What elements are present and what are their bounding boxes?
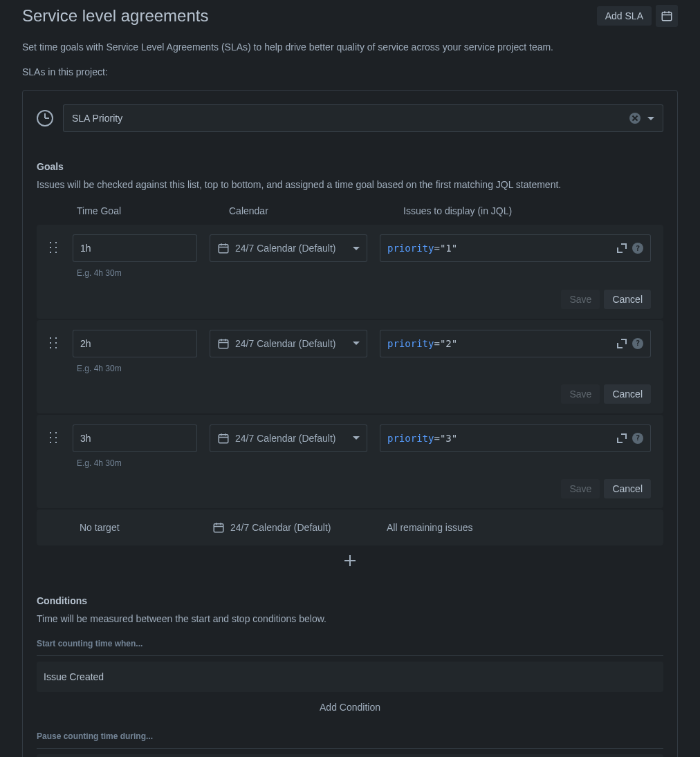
col-calendar: Calendar (229, 204, 403, 218)
divider (37, 655, 663, 656)
default-calendar: 24/7 Calendar (Default) (230, 521, 331, 534)
start-condition-item[interactable]: Issue Created (37, 662, 663, 692)
plus-icon (344, 555, 356, 566)
page-title: Service level agreements (22, 4, 208, 28)
help-icon[interactable]: ? (632, 433, 643, 444)
save-button[interactable]: Save (561, 479, 600, 498)
cancel-button[interactable]: Cancel (604, 384, 651, 404)
divider (37, 748, 663, 749)
calendar-icon (661, 10, 673, 22)
calendar-value: 24/7 Calendar (Default) (235, 431, 347, 445)
time-goal-input[interactable] (73, 424, 197, 452)
calendar-icon (217, 337, 230, 350)
goal-default-row: No target 24/7 Calendar (Default) All re… (37, 510, 663, 545)
drag-handle-icon[interactable] (49, 337, 60, 350)
chevron-down-icon (353, 342, 360, 345)
svg-rect-0 (662, 12, 672, 21)
goal-row: 24/7 Calendar (Default) priority="2" ? E… (37, 320, 663, 413)
default-jql: All remaining issues (380, 521, 651, 534)
time-goal-hint: E.g. 4h 30m (77, 268, 651, 279)
drag-handle-icon[interactable] (49, 242, 60, 254)
goals-heading: Goals (37, 160, 663, 174)
default-time: No target (73, 521, 197, 534)
save-button[interactable]: Save (561, 290, 600, 309)
time-goal-input[interactable] (73, 234, 197, 262)
time-goal-hint: E.g. 4h 30m (77, 458, 651, 469)
list-label: SLAs in this project: (22, 65, 678, 79)
add-goal-button[interactable] (37, 547, 663, 574)
pause-condition-item[interactable]: Status: Waiting for customer (37, 754, 663, 757)
calendar-settings-button[interactable] (656, 5, 678, 27)
help-icon[interactable]: ? (632, 338, 643, 349)
help-icon[interactable]: ? (632, 243, 643, 254)
calendar-select[interactable]: 24/7 Calendar (Default) (210, 330, 367, 357)
expand-icon[interactable] (617, 339, 627, 348)
save-button[interactable]: Save (561, 384, 600, 404)
expand-icon[interactable] (617, 243, 627, 253)
calendar-select[interactable]: 24/7 Calendar (Default) (210, 424, 367, 452)
cancel-button[interactable]: Cancel (604, 479, 651, 498)
col-jql: Issues to display (in JQL) (403, 204, 663, 218)
start-condition-label: Start counting time when... (37, 638, 663, 650)
drag-handle-icon[interactable] (49, 432, 60, 445)
conditions-heading: Conditions (37, 594, 663, 608)
chevron-down-icon (353, 436, 360, 440)
calendar-icon (212, 521, 225, 534)
clear-icon[interactable] (629, 113, 641, 124)
conditions-subheading: Time will be measured between the start … (37, 612, 663, 626)
jql-input[interactable]: priority="2" ? (380, 330, 651, 357)
add-start-condition[interactable]: Add Condition (37, 692, 663, 722)
chevron-down-icon[interactable] (647, 117, 654, 120)
svg-rect-1 (219, 245, 228, 253)
calendar-icon (217, 242, 230, 254)
sla-name-value: SLA Priority (72, 111, 122, 125)
clock-icon (37, 110, 53, 127)
cancel-button[interactable]: Cancel (604, 290, 651, 309)
expand-icon[interactable] (617, 433, 627, 443)
time-goal-hint: E.g. 4h 30m (77, 363, 651, 375)
goal-row: 24/7 Calendar (Default) priority="1" ? E… (37, 225, 663, 318)
svg-rect-4 (214, 524, 223, 532)
calendar-value: 24/7 Calendar (Default) (235, 241, 347, 255)
pause-condition-label: Pause counting time during... (37, 731, 663, 742)
time-goal-input[interactable] (73, 330, 197, 357)
jql-input[interactable]: priority="3" ? (380, 424, 651, 452)
sla-panel: SLA Priority Goals Issues will be checke… (22, 90, 678, 757)
page-description: Set time goals with Service Level Agreem… (22, 40, 678, 54)
svg-rect-3 (219, 434, 228, 442)
col-time-goal: Time Goal (77, 204, 229, 218)
add-sla-button[interactable]: Add SLA (597, 6, 652, 26)
goals-subheading: Issues will be checked against this list… (37, 178, 663, 191)
jql-input[interactable]: priority="1" ? (380, 234, 651, 262)
svg-rect-2 (219, 339, 228, 348)
calendar-value: 24/7 Calendar (Default) (235, 337, 347, 351)
goal-row: 24/7 Calendar (Default) priority="3" ? E… (37, 415, 663, 508)
calendar-select[interactable]: 24/7 Calendar (Default) (210, 234, 367, 262)
chevron-down-icon (353, 247, 360, 250)
sla-name-input[interactable]: SLA Priority (63, 104, 663, 132)
calendar-icon (217, 432, 230, 445)
